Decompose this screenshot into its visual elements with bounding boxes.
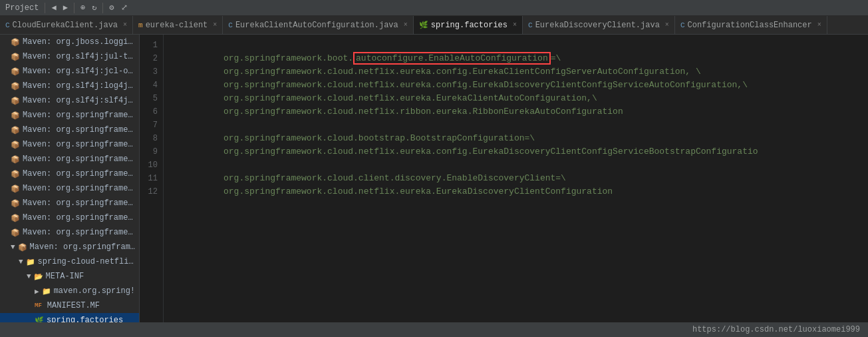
line-num-1: 1 bbox=[145, 39, 158, 52]
main-area: 📦 Maven: org.jboss.logging:jl 📦 Maven: o… bbox=[0, 35, 868, 322]
maven-icon-2: 📦 bbox=[11, 53, 20, 61]
sidebar-item-label-13: Maven: org.springframewo bbox=[23, 213, 136, 222]
code-line-10: org.springframework.cloud.client.discove… bbox=[172, 159, 860, 172]
sidebar-item-label-7: Maven: org.springframewo bbox=[23, 125, 136, 135]
tab-cloud-eureka-client[interactable]: C CloudEurekaClient.java × bbox=[0, 16, 133, 34]
sidebar-item-label-14: Maven: org.springframewo bbox=[23, 228, 136, 237]
sidebar-item-maven-jcl[interactable]: 📦 Maven: org.slf4j:jcl-over-slf bbox=[0, 64, 139, 79]
code-text-7: org.springframework.cloud.bootstrap.Boot… bbox=[223, 133, 535, 143]
line-num-12: 12 bbox=[145, 185, 158, 198]
toolbar-settings-btn[interactable]: ⚙ bbox=[106, 2, 116, 13]
folder-icon-meta: 📂 bbox=[34, 272, 43, 281]
sidebar: 📦 Maven: org.jboss.logging:jl 📦 Maven: o… bbox=[0, 35, 140, 322]
maven-icon-12: 📦 bbox=[11, 199, 20, 208]
line-num-11: 11 bbox=[145, 172, 158, 185]
tab-spring-factories[interactable]: 🌿 spring.factories × bbox=[414, 16, 523, 34]
code-text-5: org.springframework.cloud.netflix.ribbon… bbox=[223, 107, 623, 117]
line-num-4: 4 bbox=[145, 79, 158, 92]
sidebar-item-meta-inf[interactable]: ▼ 📂 META-INF bbox=[0, 269, 139, 284]
sidebar-item-label-6: Maven: org.springframewo bbox=[23, 111, 136, 120]
sidebar-item-label-2: Maven: org.slf4j:jul-to-slf4: bbox=[23, 52, 136, 61]
sidebar-item-label-3: Maven: org.slf4j:jcl-over-slf bbox=[23, 67, 136, 76]
code-lines: org.springframework.boot.autoconfigure.E… bbox=[164, 35, 868, 322]
maven-icon-1: 📦 bbox=[11, 38, 20, 47]
code-line-1: org.springframework.boot.autoconfigure.E… bbox=[172, 39, 860, 52]
line-num-10: 10 bbox=[145, 159, 158, 172]
toolbar: Project ◀ ▶ ⊕ ↻ ⚙ ⤢ bbox=[0, 0, 868, 16]
sidebar-item-maven-spring5[interactable]: 📦 Maven: org.springframewo bbox=[0, 167, 139, 181]
sidebar-item-label-meta: META-INF bbox=[46, 272, 84, 281]
tab-icon-eureka-client: m bbox=[138, 21, 143, 29]
tab-close-eureka-client[interactable]: × bbox=[213, 21, 217, 29]
sidebar-item-label-factories: spring.factories bbox=[47, 316, 123, 322]
toolbar-forward-btn[interactable]: ▶ bbox=[61, 2, 71, 13]
sidebar-item-maven-spring4[interactable]: 📦 Maven: org.springframewo bbox=[0, 152, 139, 167]
maven-icon-3: 📦 bbox=[11, 67, 20, 76]
toolbar-sync-btn[interactable]: ↻ bbox=[89, 2, 99, 13]
toolbar-divider-2 bbox=[74, 3, 74, 13]
sidebar-item-label-netflix: spring-cloud-netflix-eure bbox=[38, 257, 136, 266]
code-text-4: org.springframework.cloud.netflix.eureka… bbox=[223, 93, 597, 103]
sidebar-item-maven-spring7[interactable]: 📦 Maven: org.springframewo bbox=[0, 196, 139, 210]
sidebar-item-label-10: Maven: org.springframewo bbox=[23, 169, 136, 178]
tab-eureka-client[interactable]: m eureka-client × bbox=[133, 16, 223, 34]
maven-icon-15: 📦 bbox=[18, 243, 27, 252]
maven-icon-7: 📦 bbox=[11, 126, 20, 135]
sidebar-item-maven-spring1[interactable]: 📦 Maven: org.springframewo bbox=[0, 108, 139, 123]
tab-config-class-enhancer[interactable]: C ConfigurationClassEnhancer × bbox=[675, 16, 827, 34]
url-text: https://blog.csdn.net/luoxiaomei999 bbox=[692, 325, 860, 334]
sidebar-item-maven-spring8[interactable]: 📦 Maven: org.springframewo bbox=[0, 210, 139, 225]
sidebar-item-label-11: Maven: org.springframewo bbox=[23, 184, 136, 193]
folder-arrow-maven: ▶ bbox=[35, 287, 39, 296]
code-line-1-highlight: autoconfigure.EnableAutoConfiguration bbox=[353, 52, 551, 65]
sidebar-item-maven-jul[interactable]: 📦 Maven: org.slf4j:jul-to-slf4: bbox=[0, 49, 139, 64]
sidebar-item-manifest[interactable]: MF MANIFEST.MF bbox=[0, 298, 139, 313]
sidebar-item-maven-folder[interactable]: ▶ 📁 maven.org.spring! bbox=[0, 284, 139, 298]
sidebar-item-maven-spring2[interactable]: 📦 Maven: org.springframewo bbox=[0, 123, 139, 137]
sidebar-item-maven-log4j[interactable]: 📦 Maven: org.slf4j:log4j-over- bbox=[0, 79, 139, 93]
editor[interactable]: 1 2 3 4 5 6 7 8 9 10 11 12 org.springfra… bbox=[140, 35, 868, 322]
line-num-7: 7 bbox=[145, 119, 158, 132]
sidebar-item-maven-spring6[interactable]: 📦 Maven: org.springframewo bbox=[0, 181, 139, 196]
tab-eureka-discovery[interactable]: C EurekaDiscoveryClient.java × bbox=[523, 16, 675, 34]
sidebar-item-label-8: Maven: org.springframewo bbox=[23, 140, 136, 149]
tab-close-spring-factories[interactable]: × bbox=[513, 21, 517, 29]
project-label: Project bbox=[3, 3, 41, 13]
code-line-1-suffix: =\ bbox=[551, 53, 561, 63]
tab-eureka-auto-config[interactable]: C EurekaClientAutoConfiguration.java × bbox=[223, 16, 413, 34]
tab-icon-config-class: C bbox=[680, 21, 685, 29]
folder-expand-arrow: ▼ bbox=[19, 258, 23, 266]
sidebar-item-spring-factories[interactable]: 🌿 spring.factories bbox=[0, 313, 139, 322]
sidebar-item-label-9: Maven: org.springframewo bbox=[23, 155, 136, 164]
maven-icon-4: 📦 bbox=[11, 82, 20, 91]
sidebar-item-maven-spring-expanded[interactable]: ▼ 📦 Maven: org.springframewo bbox=[0, 240, 139, 254]
tab-close-config-class[interactable]: × bbox=[817, 21, 821, 29]
tab-label-eureka-auto: EurekaClientAutoConfiguration.java bbox=[235, 21, 398, 30]
line-num-8: 8 bbox=[145, 132, 158, 145]
tab-close-cloud-eureka[interactable]: × bbox=[123, 21, 127, 29]
toolbar-add-btn[interactable]: ⊕ bbox=[78, 2, 88, 13]
sidebar-item-label-12: Maven: org.springframewo bbox=[23, 198, 136, 208]
tab-label-eureka-discovery: EurekaDiscoveryClient.java bbox=[535, 21, 660, 30]
toolbar-expand-btn[interactable]: ⤢ bbox=[118, 2, 130, 13]
sidebar-item-label-maven-sub: maven.org.spring! bbox=[54, 286, 135, 296]
sidebar-item-maven-spring9[interactable]: 📦 Maven: org.springframewo bbox=[0, 225, 139, 240]
code-line-7: org.springframework.cloud.bootstrap.Boot… bbox=[172, 119, 860, 132]
line-num-6: 6 bbox=[145, 105, 158, 119]
tab-close-eureka-auto[interactable]: × bbox=[404, 21, 408, 29]
sidebar-item-label-1: Maven: org.jboss.logging:jl bbox=[23, 37, 136, 47]
sidebar-item-spring-cloud-netflix[interactable]: ▼ 📁 spring-cloud-netflix-eure bbox=[0, 254, 139, 269]
tab-icon-cloud-eureka: C bbox=[5, 21, 10, 29]
line-num-2: 2 bbox=[145, 52, 158, 65]
toolbar-back-btn[interactable]: ◀ bbox=[49, 2, 59, 13]
maven-expand-arrow: ▼ bbox=[11, 243, 15, 251]
folder-icon-netflix: 📁 bbox=[26, 258, 35, 266]
sidebar-item-maven-spring3[interactable]: 📦 Maven: org.springframewo bbox=[0, 137, 139, 152]
code-text-11: org.springframework.cloud.netflix.eureka… bbox=[223, 186, 613, 196]
maven-icon-11: 📦 bbox=[11, 184, 20, 193]
line-num-9: 9 bbox=[145, 145, 158, 159]
tab-close-eureka-discovery[interactable]: × bbox=[665, 21, 669, 29]
sidebar-item-maven-slf4j[interactable]: 📦 Maven: org.slf4j:slf4j-api:1. bbox=[0, 93, 139, 108]
sidebar-item-maven-jboss[interactable]: 📦 Maven: org.jboss.logging:jl bbox=[0, 35, 139, 49]
line-num-3: 3 bbox=[145, 65, 158, 79]
